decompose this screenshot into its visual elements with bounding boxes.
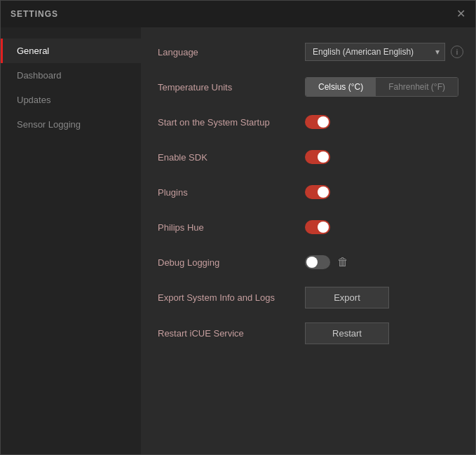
sidebar-item-general[interactable]: General <box>1 39 141 63</box>
restart-control: Restart <box>305 322 389 344</box>
philips-hue-label: Philips Hue <box>158 222 305 233</box>
fahrenheit-button[interactable]: Fahrenheit (°F) <box>376 78 458 96</box>
restart-label: Restart iCUE Service <box>158 328 305 339</box>
plugins-toggle[interactable] <box>305 185 330 199</box>
restart-button[interactable]: Restart <box>305 322 389 344</box>
content-area: General Dashboard Updates Sensor Logging… <box>1 27 475 454</box>
close-button[interactable]: ✕ <box>456 8 465 20</box>
sdk-control <box>305 150 330 164</box>
startup-row: Start on the System Startup <box>158 111 458 133</box>
debug-logging-label: Debug Logging <box>158 257 305 268</box>
main-panel: Language English (American English) Fren… <box>141 27 475 454</box>
plugins-control <box>305 185 330 199</box>
language-row: Language English (American English) Fren… <box>158 41 458 62</box>
restart-row: Restart iCUE Service Restart <box>158 322 458 344</box>
window-title: SETTINGS <box>11 9 58 19</box>
plugins-label: Plugins <box>158 187 305 198</box>
language-select-wrapper[interactable]: English (American English) French German… <box>305 43 445 61</box>
temperature-control: Celsius (°C) Fahrenheit (°F) <box>305 77 458 97</box>
startup-toggle[interactable] <box>305 115 330 129</box>
philips-hue-control <box>305 220 330 234</box>
debug-logging-row: Debug Logging 🗑 <box>158 252 458 273</box>
trash-icon[interactable]: 🗑 <box>337 256 348 269</box>
temperature-row: Temperature Units Celsius (°C) Fahrenhei… <box>158 76 458 97</box>
sidebar-item-dashboard[interactable]: Dashboard <box>1 63 141 88</box>
startup-control <box>305 115 330 129</box>
temperature-toggle: Celsius (°C) Fahrenheit (°F) <box>305 77 458 97</box>
debug-logging-toggle[interactable] <box>305 255 330 269</box>
sidebar: General Dashboard Updates Sensor Logging <box>1 27 141 454</box>
language-info-icon[interactable]: i <box>451 46 463 58</box>
temperature-label: Temperature Units <box>158 82 305 93</box>
export-control: Export <box>305 287 389 308</box>
celsius-button[interactable]: Celsius (°C) <box>306 78 376 96</box>
startup-label: Start on the System Startup <box>158 117 305 128</box>
settings-window: SETTINGS ✕ General Dashboard Updates Sen… <box>0 0 476 455</box>
language-select[interactable]: English (American English) French German… <box>305 43 445 61</box>
plugins-row: Plugins <box>158 182 458 203</box>
sdk-toggle[interactable] <box>305 150 330 164</box>
language-label: Language <box>158 47 305 57</box>
language-control: English (American English) French German… <box>305 43 463 61</box>
titlebar: SETTINGS ✕ <box>1 1 475 27</box>
sdk-label: Enable SDK <box>158 152 305 163</box>
sidebar-item-updates[interactable]: Updates <box>1 88 141 112</box>
philips-hue-toggle[interactable] <box>305 220 330 234</box>
export-button[interactable]: Export <box>305 287 389 308</box>
debug-logging-control: 🗑 <box>305 255 348 269</box>
sdk-row: Enable SDK <box>158 147 458 168</box>
sidebar-item-sensor-logging[interactable]: Sensor Logging <box>1 112 141 137</box>
philips-hue-row: Philips Hue <box>158 217 458 238</box>
export-row: Export System Info and Logs Export <box>158 287 458 308</box>
export-label: Export System Info and Logs <box>158 292 305 303</box>
